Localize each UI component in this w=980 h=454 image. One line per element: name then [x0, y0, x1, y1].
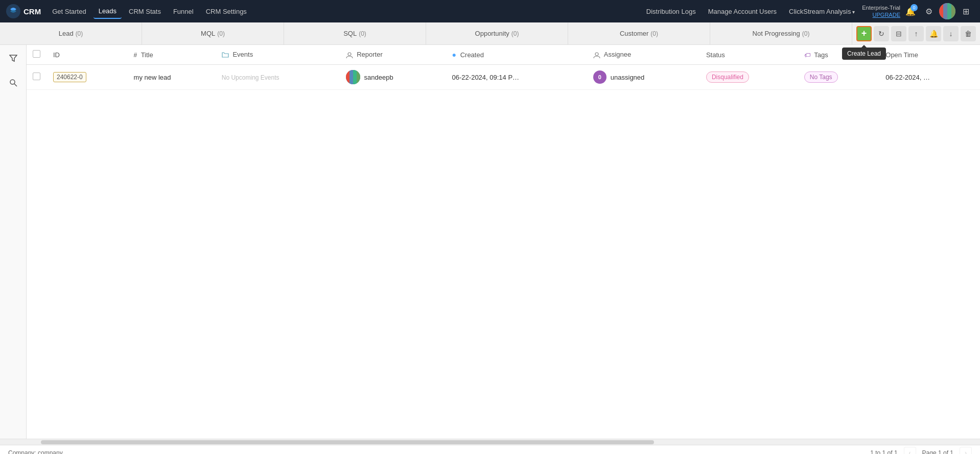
header-status-label: Status [706, 51, 725, 59]
stage-not-progressing-count: (0) [802, 30, 810, 37]
stage-bar: Lead (0) MQL (0) SQL (0) Opportunity (0)… [0, 22, 980, 45]
horizontal-scrollbar[interactable] [0, 439, 980, 445]
top-nav: CRM Get Started Leads CRM Stats Funnel C… [0, 0, 980, 22]
reporter-avatar [346, 70, 360, 84]
nav-funnel[interactable]: Funnel [168, 5, 199, 18]
sidebar-search[interactable] [5, 76, 21, 92]
sidebar [0, 45, 27, 439]
search-icon [9, 79, 17, 89]
lead-id-badge[interactable]: 240622-0 [53, 72, 86, 82]
stage-lead-label: Lead [59, 30, 74, 37]
nav-leads[interactable]: Leads [94, 4, 122, 19]
upload-icon: ↑ [915, 30, 918, 38]
nav-get-started[interactable]: Get Started [47, 5, 91, 18]
alert-icon: 🔔 [929, 30, 938, 38]
nav-crm-stats[interactable]: CRM Stats [124, 5, 166, 18]
stage-opportunity-label: Opportunity [475, 30, 509, 37]
grid-icon: ⊞ [963, 7, 969, 16]
grid-menu-button[interactable]: ⊞ [958, 3, 974, 19]
columns-button[interactable]: ⊟ [891, 26, 906, 41]
create-lead-wrapper: + Create Lead [856, 26, 872, 41]
row-checkbox[interactable] [33, 73, 40, 80]
alert-button[interactable]: 🔔 [926, 26, 941, 41]
header-title: # Title [128, 45, 216, 65]
folder-icon [222, 51, 229, 59]
stage-customer[interactable]: Customer (0) [568, 22, 710, 44]
row-created-cell: 06-22-2024, 09:14 P… [446, 65, 587, 90]
upgrade-link[interactable]: UPGRADE [873, 11, 900, 18]
stage-opportunity-count: (0) [511, 30, 519, 37]
header-assignee-label: Assignee [604, 51, 631, 58]
tag-icon: 🏷 [804, 52, 810, 59]
columns-icon: ⊟ [896, 30, 902, 38]
header-reporter-label: Reporter [357, 51, 383, 58]
row-created: 06-22-2024, 09:14 P… [452, 74, 520, 81]
header-open-time: Open Time [879, 45, 980, 65]
stage-lead[interactable]: Lead (0) [0, 22, 142, 44]
upload-button[interactable]: ↑ [908, 26, 924, 41]
select-all-checkbox[interactable] [33, 50, 40, 58]
header-open-time-label: Open Time [885, 51, 918, 59]
header-id-label: ID [53, 51, 60, 59]
user-avatar[interactable] [939, 3, 955, 19]
stage-lead-count: (0) [76, 30, 83, 37]
prev-page-button[interactable]: ‹ [904, 447, 916, 455]
svg-rect-3 [947, 3, 955, 19]
refresh-button[interactable]: ↻ [874, 26, 889, 41]
app-name: CRM [24, 7, 41, 16]
assignee-wrapper: 0 unassigned [593, 70, 694, 84]
row-id-cell: 240622-0 [47, 65, 128, 90]
nav-distribution-logs[interactable]: Distribution Logs [641, 5, 701, 18]
stage-sql[interactable]: SQL (0) [284, 22, 426, 44]
app-logo[interactable]: CRM [6, 4, 41, 18]
nav-crm-settings[interactable]: CRM Settings [201, 5, 252, 18]
settings-button[interactable]: ⚙ [921, 3, 937, 19]
svg-point-5 [10, 80, 15, 84]
assignee-initial: 0 [598, 74, 601, 80]
svg-rect-11 [353, 70, 360, 84]
stage-customer-label: Customer [620, 30, 648, 37]
nav-clickstream-analysis[interactable]: ClickStream Analysis [784, 5, 860, 18]
nav-manage-account-users[interactable]: Manage Account Users [703, 5, 782, 18]
download-icon: ↓ [949, 30, 953, 38]
svg-marker-4 [10, 55, 17, 61]
row-open-time: 06-22-2024, … [885, 74, 930, 81]
company-label: Company: company [8, 449, 63, 455]
row-tags-cell: No Tags [798, 65, 880, 90]
scroll-thumb[interactable] [41, 440, 654, 444]
sidebar-filter[interactable] [5, 51, 21, 67]
next-page-button[interactable]: › [960, 447, 972, 455]
row-open-time-cell: 06-22-2024, … [879, 65, 980, 90]
stage-opportunity[interactable]: Opportunity (0) [426, 22, 568, 44]
assignee-person-icon [593, 51, 600, 59]
header-created-label: Created [460, 51, 484, 59]
notifications-button[interactable]: 🔔 0 [902, 3, 919, 19]
page-info: Page 1 of 1 [922, 449, 953, 455]
delete-button[interactable]: 🗑 [961, 26, 976, 41]
download-button[interactable]: ↓ [943, 26, 959, 41]
hash-icon: # [134, 52, 137, 59]
svg-point-7 [348, 53, 351, 56]
table-header-row: ID # Title Events [27, 45, 980, 65]
table-row[interactable]: 240622-0 my new lead No Upcoming Events [27, 65, 980, 90]
header-title-label: Title [141, 51, 153, 59]
row-events-cell: No Upcoming Events [216, 65, 340, 90]
row-title[interactable]: my new lead [134, 74, 171, 81]
header-status: Status [700, 45, 798, 65]
create-lead-button[interactable]: + [856, 26, 872, 41]
svg-point-8 [595, 53, 598, 56]
tags-badge: No Tags [804, 71, 838, 83]
svg-line-6 [14, 84, 17, 86]
stage-mql-label: MQL [201, 30, 215, 37]
assignee-avatar: 0 [593, 70, 606, 84]
stage-mql[interactable]: MQL (0) [142, 22, 284, 44]
row-checkbox-cell [27, 65, 47, 90]
header-tags-label: Tags [814, 51, 828, 59]
stage-not-progressing[interactable]: Not Progressing (0) [710, 22, 852, 44]
leads-table: ID # Title Events [27, 45, 980, 90]
created-dot-icon: ● [452, 51, 456, 59]
header-events-label: Events [232, 51, 253, 58]
stage-customer-count: (0) [650, 30, 658, 37]
stage-sql-count: (0) [359, 30, 366, 37]
row-events: No Upcoming Events [222, 74, 279, 81]
